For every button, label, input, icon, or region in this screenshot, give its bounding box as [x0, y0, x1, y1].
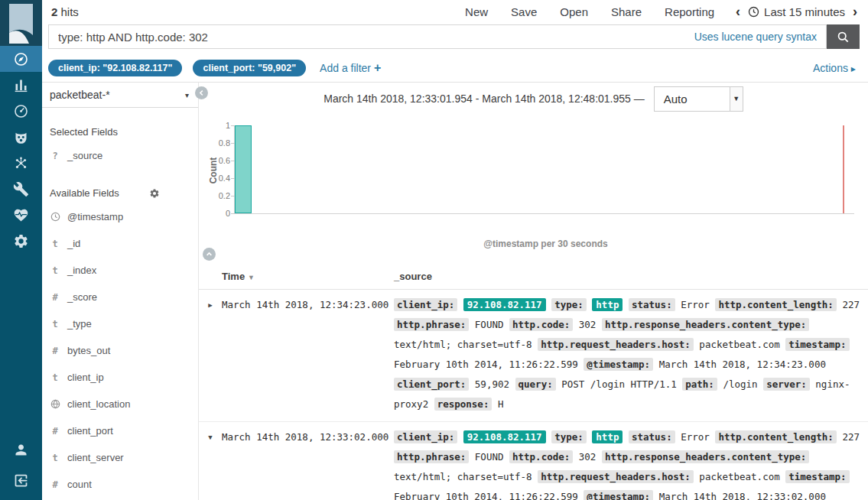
field-value: 227	[842, 299, 860, 310]
nav-rail-item-timelion[interactable]	[0, 124, 42, 150]
x-axis-label: @timestamp per 30 seconds	[229, 239, 862, 249]
time-step-forward-button[interactable]: ›	[853, 5, 857, 18]
chevron-down-icon: ▼	[730, 87, 743, 111]
field-item-id[interactable]: t_id	[42, 230, 198, 257]
filter-pill[interactable]: client_port: "59,902"	[193, 60, 306, 76]
content-column: 2 hits NewSaveOpenShareReporting ‹ Last …	[42, 0, 868, 500]
field-key-badge: client_ip:	[394, 430, 457, 443]
nav-rail-item-management[interactable]	[0, 228, 42, 254]
histogram-chart[interactable]: Count 00.20.40.60.8112:34:0012:35:0012:3…	[203, 115, 860, 234]
document-rows: ▶March 14th 2018, 12:34:23.000client_ip:…	[199, 290, 868, 500]
field-value-highlighted: http	[592, 430, 623, 443]
y-tick-label: 0.2	[203, 191, 230, 200]
nav-rail-item-machine-learning[interactable]	[0, 150, 42, 176]
field-item-score[interactable]: #_score	[42, 284, 198, 310]
field-item-clientip[interactable]: tclient_ip	[42, 364, 198, 391]
field-name: client_server	[67, 452, 124, 463]
nav-rail-item-logout[interactable]	[0, 465, 42, 495]
field-name: client_location	[67, 398, 130, 410]
field-name: client_ip	[67, 372, 104, 383]
index-pattern-name: packetbeat-*	[50, 89, 110, 101]
nav-open-link[interactable]: Open	[560, 5, 588, 18]
add-filter-button[interactable]: Add a filter +	[320, 61, 381, 75]
nav-new-link[interactable]: New	[465, 5, 488, 18]
histogram-bar[interactable]	[235, 125, 252, 213]
field-key-badge: http.response_headers.content_type:	[602, 318, 809, 331]
field-item-timestamp[interactable]: @timestamp	[42, 203, 198, 230]
field-key-badge: http.request_headers.host:	[538, 338, 694, 351]
nav-reporting-link[interactable]: Reporting	[665, 5, 714, 18]
field-value: Error	[681, 431, 710, 443]
field-key-badge: http.content_length:	[715, 430, 837, 443]
nav-rail-item-visualize[interactable]	[0, 72, 42, 98]
nav-rail-item-dev-tools[interactable]	[0, 176, 42, 202]
field-value: Error	[681, 299, 710, 310]
expand-doc-caret-icon[interactable]: ▶	[199, 295, 222, 414]
nav-save-link[interactable]: Save	[511, 5, 537, 18]
field-item-count[interactable]: #count	[42, 471, 198, 498]
field-value: March 14th 2018, 12:34:23.000	[659, 359, 826, 370]
column-header-time[interactable]: Time▼	[222, 271, 394, 282]
field-key-badge: http.phrase:	[394, 450, 469, 463]
field-value-highlighted: 92.108.82.117	[463, 298, 546, 311]
field-name: _type	[67, 318, 92, 330]
unknown-type-icon: ?	[50, 151, 60, 161]
filter-actions-button[interactable]: Actions ▶	[813, 62, 856, 74]
histogram-plot-area[interactable]: 00.20.40.60.8112:34:0012:35:0012:36:0012…	[234, 125, 854, 214]
field-key-badge: timestamp:	[785, 338, 849, 351]
field-item-type[interactable]: t_type	[42, 310, 198, 337]
index-pattern-selector[interactable]: packetbeat-* ▾	[42, 83, 198, 108]
timepicker-button[interactable]: Last 15 minutes	[748, 5, 845, 18]
hits-label: hits	[61, 5, 79, 18]
field-name: bytes_out	[67, 345, 110, 356]
field-value: /login	[723, 378, 757, 390]
filter-pill[interactable]: client_ip: "92.108.82.117"	[48, 60, 182, 76]
nav-rail-bottom	[0, 434, 42, 495]
time-step-back-button[interactable]: ‹	[736, 5, 740, 18]
nav-rail-item-discover[interactable]	[0, 46, 42, 72]
nav-share-link[interactable]: Share	[611, 5, 642, 18]
text-type-icon: t	[50, 265, 60, 276]
field-value: packetbeat.com	[699, 339, 779, 350]
field-item-index[interactable]: t_index	[42, 257, 198, 284]
search-input[interactable]	[49, 31, 694, 44]
field-item-clientlocation[interactable]: client_location	[42, 391, 198, 417]
field-value: FOUND	[475, 319, 504, 330]
histogram-collapse-button[interactable]	[203, 248, 216, 261]
field-item-clientport[interactable]: #client_port	[42, 417, 198, 444]
chevron-down-icon: ▾	[185, 91, 189, 99]
search-box: Uses lucene query syntax	[48, 24, 827, 49]
account-icon	[13, 442, 29, 458]
field-key-badge: http.code:	[509, 450, 573, 463]
body-area: packetbeat-* ▾ Selected Fields ?_source …	[42, 83, 868, 500]
collapse-doc-caret-icon[interactable]: ▼	[199, 427, 222, 500]
interval-select[interactable]: Auto ▼	[654, 86, 743, 112]
nav-rail-item-dashboard[interactable]	[0, 98, 42, 124]
field-key-badge: server:	[763, 378, 810, 391]
field-value: text/html; charset=utf-8	[394, 471, 532, 482]
sidebar-collapse-button[interactable]	[195, 86, 208, 99]
time-marker-line	[843, 125, 844, 213]
field-key-badge: status:	[629, 430, 675, 443]
y-tick-label: 1	[203, 121, 230, 130]
number-type-icon: #	[50, 346, 60, 356]
kibana-logo[interactable]	[0, 0, 42, 46]
field-settings-gear-icon[interactable]	[149, 188, 160, 199]
chart-header: March 14th 2018, 12:33:01.954 - March 14…	[199, 83, 868, 115]
clock-icon	[50, 212, 60, 222]
lucene-syntax-link[interactable]: Uses lucene query syntax	[694, 31, 817, 43]
nav-rail-item-monitoring[interactable]	[0, 202, 42, 228]
nav-rail-item-account[interactable]	[0, 434, 42, 465]
search-icon	[837, 31, 850, 44]
field-key-badge: client_ip:	[394, 298, 457, 311]
field-item-clientserver[interactable]: tclient_server	[42, 444, 198, 471]
field-value: POST /login HTTP/1.1	[561, 378, 677, 390]
search-button[interactable]	[827, 24, 860, 49]
available-fields-heading: Available Fields	[50, 187, 190, 199]
field-key-badge: http.request_headers.host:	[538, 470, 694, 483]
text-type-icon: t	[50, 239, 60, 249]
field-item-bytesout[interactable]: #bytes_out	[42, 337, 198, 364]
logout-icon	[13, 472, 29, 489]
field-item-source[interactable]: ?_source	[42, 142, 198, 169]
hits-count: 2	[51, 5, 57, 18]
